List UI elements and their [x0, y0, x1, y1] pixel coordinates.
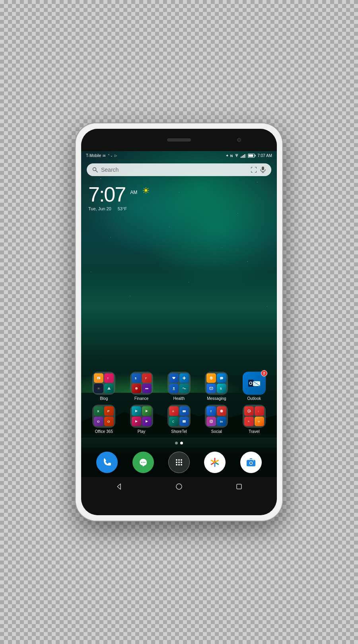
svg-text:A: A	[172, 410, 174, 413]
extra-status-icon: ▷	[115, 154, 117, 157]
t-app-1: AAA	[244, 406, 254, 416]
svg-marker-51	[135, 410, 138, 412]
o-app-2: P	[104, 406, 114, 416]
p-app-4	[142, 417, 152, 426]
search-bar[interactable]: Search	[87, 163, 271, 176]
play-folder[interactable]: Play	[127, 405, 156, 434]
social-folder-icon: f in	[205, 405, 228, 428]
finance-folder[interactable]: $ F Finance	[127, 372, 156, 401]
h-app-3	[169, 384, 179, 393]
top-bezel	[81, 129, 277, 151]
st-app-1: A	[169, 406, 179, 416]
p-app-2	[142, 406, 152, 416]
nav-recents[interactable]	[233, 481, 245, 492]
dock-hangouts[interactable]	[132, 452, 154, 473]
travel-folder[interactable]: AAA ↑ A ✈ Travel	[240, 405, 268, 434]
office365-folder-label: Office 365	[95, 429, 113, 434]
play-folder-icon	[130, 405, 153, 428]
shoretel-folder[interactable]: A C ShoreTel	[165, 405, 193, 434]
h-app-1	[169, 373, 179, 383]
health-folder[interactable]: Health	[165, 372, 193, 401]
svg-text:F: F	[145, 377, 147, 380]
svg-point-63	[212, 420, 212, 421]
social-folder[interactable]: f in Social	[202, 405, 231, 434]
svg-text:A: A	[248, 420, 249, 423]
shoretel-folder-icon: A C	[167, 405, 191, 428]
outlook-app[interactable]: O 2 Outlook	[240, 372, 268, 401]
nav-bar	[81, 477, 277, 496]
time-label: 7:07 AM	[257, 153, 272, 158]
outlook-badge: 2	[261, 370, 267, 376]
clock-temp: 53°F	[118, 206, 127, 211]
svg-text:AAA: AAA	[248, 410, 251, 412]
dot-1[interactable]	[175, 442, 178, 444]
svg-marker-52	[146, 410, 148, 412]
dock-phone[interactable]	[96, 452, 118, 473]
nav-home[interactable]	[173, 481, 185, 492]
svg-point-77	[181, 462, 182, 463]
dock	[81, 448, 277, 477]
dock-photos[interactable]	[204, 452, 226, 473]
status-bar: T-Mobile ✉ ⌃⌄ ▷ ✦ N	[81, 151, 277, 160]
speaker	[167, 138, 191, 142]
f-app-2: F	[142, 373, 152, 383]
m-app-4: S	[217, 384, 226, 393]
svg-point-75	[176, 462, 177, 463]
svg-marker-28	[107, 387, 111, 390]
p-app-1	[132, 406, 141, 416]
messaging-folder-icon: m S	[205, 372, 228, 395]
outlook-status-icon: ✉	[103, 154, 106, 158]
outlook-icon-img: O 2	[243, 372, 266, 395]
folder-app-4	[104, 384, 114, 393]
svg-point-35	[173, 387, 175, 389]
t-app-2: ↑	[255, 406, 264, 416]
wifi-icon	[234, 154, 239, 158]
svg-point-76	[178, 462, 180, 463]
svg-rect-18	[262, 167, 264, 170]
m-app-1: m	[206, 373, 216, 383]
svg-marker-39	[220, 379, 221, 380]
play-folder-label: Play	[138, 429, 145, 434]
t-app-3: A	[244, 417, 254, 426]
svg-point-80	[181, 464, 182, 466]
svg-text:X: X	[97, 409, 99, 413]
svg-text:O: O	[249, 381, 253, 386]
svg-point-69	[141, 462, 142, 463]
svg-rect-38	[220, 377, 223, 379]
m-app-3	[206, 384, 216, 393]
svg-rect-6	[255, 155, 256, 157]
bottom-bezel	[81, 496, 277, 515]
nav-back[interactable]	[113, 481, 125, 492]
phone-frame: T-Mobile ✉ ⌃⌄ ▷ ✦ N	[81, 129, 277, 515]
bluetooth-icon: ✦	[226, 153, 229, 158]
svg-rect-87	[237, 484, 241, 489]
messaging-folder[interactable]: m S Messaging	[202, 372, 231, 401]
messaging-folder-label: Messaging	[207, 396, 226, 401]
nfc-icon: N	[230, 154, 233, 158]
svg-point-31	[135, 387, 138, 390]
svg-point-78	[176, 464, 177, 466]
blog-folder-label: Blog	[100, 396, 108, 401]
health-folder-label: Health	[173, 396, 185, 401]
svg-text:O: O	[107, 420, 110, 423]
svg-rect-11	[251, 167, 251, 169]
dock-camera[interactable]	[240, 452, 262, 473]
dot-2[interactable]	[180, 442, 183, 444]
blog-folder[interactable]: f Blog	[90, 372, 118, 401]
svg-rect-34	[183, 378, 186, 378]
office365-folder[interactable]: X P O O Office 365	[90, 405, 118, 434]
clock-weather: ☀	[142, 186, 150, 196]
svg-point-60	[220, 410, 223, 413]
svg-rect-58	[183, 420, 186, 423]
f-app-3	[132, 384, 141, 393]
f-app-4	[142, 384, 152, 393]
svg-rect-7	[249, 155, 253, 157]
clock-ampm: AM	[130, 190, 137, 195]
svg-marker-85	[117, 484, 121, 489]
mic-icon	[260, 167, 266, 173]
svg-text:O: O	[97, 420, 99, 423]
finance-folder-icon: $ F	[130, 372, 153, 395]
dock-apps[interactable]	[168, 452, 190, 473]
social-folder-label: Social	[211, 429, 222, 434]
t-app-4: ✈	[255, 417, 264, 426]
